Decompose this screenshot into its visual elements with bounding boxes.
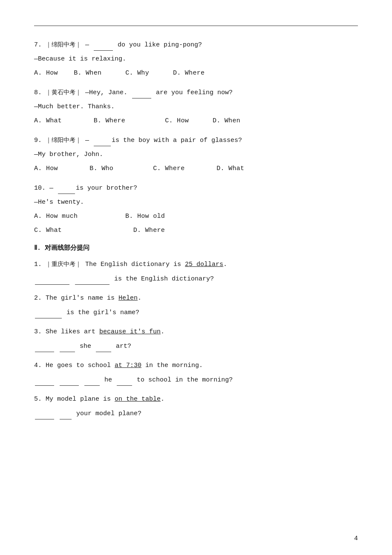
q7-opt-d: D. Where [165, 69, 205, 77]
s2q4-sentence: 4. He goes to school at 7:30 in the morn… [34, 360, 358, 371]
q9-opt-a: A. How [34, 165, 58, 172]
s2-question-4: 4. He goes to school at 7:30 in the morn… [34, 360, 358, 386]
q9-answer: —My brother, John. [34, 149, 358, 160]
s2q1-blank1 [35, 273, 69, 285]
q8-tag: ｜黄石中考｜ [46, 89, 81, 96]
q10-blank [58, 182, 75, 194]
q10-question: 10. — is your brother? [34, 182, 358, 194]
s2q1-sentence: 1. ｜重庆中考｜ The English dictionary is 25 d… [34, 259, 358, 270]
q7-question: 7. ｜绵阳中考｜ — do you like ping-pong? [34, 39, 358, 51]
s2q4-blank3 [84, 374, 100, 386]
s2q2-sentence: 2. The girl's name is Helen. [34, 292, 358, 304]
question-9: 9. ｜绵阳中考｜ — is the boy with a pair of gl… [34, 134, 358, 174]
s2q4-blank1 [35, 374, 54, 386]
s2q3-underline: because it's fun [99, 328, 161, 335]
q9-tag: ｜绵阳中考｜ [46, 137, 81, 144]
s2q5-fill: your model plane? [34, 408, 358, 419]
q10-options-row1: A. How much B. How old [34, 211, 358, 222]
q8-answer: —Much better. Thanks. [34, 101, 358, 113]
s2q3-blank3 [96, 340, 111, 352]
s2q1-underline: 25 dollars [185, 261, 223, 268]
top-divider [34, 26, 358, 26]
q8-opt-a: A. What [34, 117, 62, 124]
s2q1-fill: is the English dictionary? [34, 273, 358, 285]
q7-options: A. How B. When C. Why D. Where [34, 67, 358, 79]
s2q5-underline: on the table [115, 396, 161, 403]
s2q3-blank2 [60, 340, 75, 352]
s2q5-blank2 [60, 408, 72, 419]
page-container: 7. ｜绵阳中考｜ — do you like ping-pong? —Beca… [0, 0, 392, 555]
q7-opt-b: B. When [74, 69, 101, 77]
s2-question-3: 3. She likes art because it's fun. she a… [34, 326, 358, 352]
s2q5-blank1 [35, 408, 54, 419]
q10-opt-c: C. What [34, 227, 62, 234]
q8-opt-d: D. When [205, 117, 240, 124]
q7-blank [94, 39, 113, 51]
q7-tag: ｜绵阳中考｜ [46, 41, 81, 48]
q10-options-row2: C. What D. Where [34, 225, 358, 236]
q8-question: 8. ｜黄石中考｜ —Hey, Jane. are you feeling no… [34, 87, 358, 98]
question-8: 8. ｜黄石中考｜ —Hey, Jane. are you feeling no… [34, 87, 358, 127]
s2q3-fill: she art? [34, 340, 358, 352]
s2q4-underline: at 7:30 [115, 362, 141, 369]
q8-opt-b: B. Where [78, 117, 125, 124]
q9-opt-d: D. What [201, 165, 244, 172]
q7-opt-a: A. How [34, 69, 58, 77]
s2q2-fill: is the girl's name? [34, 306, 358, 318]
s2q2-blank1 [35, 306, 62, 318]
s2q1-blank2 [75, 273, 110, 285]
s2-question-1: 1. ｜重庆中考｜ The English dictionary is 25 d… [34, 259, 358, 285]
section2-title: Ⅱ. 对画线部分提问 [34, 244, 358, 252]
s2q4-blank2 [60, 374, 79, 386]
q7-opt-c: C. Why [118, 69, 149, 77]
s2q1-tag: ｜重庆中考｜ [46, 261, 81, 268]
q10-opt-b: B. How old [94, 213, 165, 220]
q10-answer: —He's twenty. [34, 197, 358, 208]
q7-answer: —Because it is relaxing. [34, 53, 358, 65]
question-7: 7. ｜绵阳中考｜ — do you like ping-pong? —Beca… [34, 39, 358, 79]
s2q2-underline: Helen [118, 295, 138, 302]
s2q3-sentence: 3. She likes art because it's fun. [34, 326, 358, 338]
s2-question-2: 2. The girl's name is Helen. is the girl… [34, 292, 358, 318]
q8-opt-c: C. How [141, 117, 189, 124]
s2-question-5: 5. My model plane is on the table. your … [34, 393, 358, 419]
s2q3-blank1 [35, 340, 54, 352]
s2q4-fill: he to school in the morning? [34, 374, 358, 386]
page-number: 4 [354, 535, 358, 542]
q9-opt-c: C. Where [129, 165, 184, 172]
q8-blank [132, 87, 151, 98]
q7-number: 7. ｜绵阳中考｜ — do you like ping-pong? [34, 41, 202, 49]
q10-opt-a: A. How much [34, 213, 78, 220]
q10-opt-d: D. Where [78, 227, 165, 234]
q9-question: 9. ｜绵阳中考｜ — is the boy with a pair of gl… [34, 134, 358, 146]
question-10: 10. — is your brother? —He's twenty. A. … [34, 182, 358, 236]
q9-options: A. How B. Who C. Where D. What [34, 163, 358, 174]
q8-options: A. What B. Where C. How D. When [34, 115, 358, 127]
q9-blank [94, 134, 111, 146]
q9-opt-b: B. Who [74, 165, 113, 172]
s2q5-sentence: 5. My model plane is on the table. [34, 393, 358, 405]
s2q4-blank4 [117, 374, 132, 386]
